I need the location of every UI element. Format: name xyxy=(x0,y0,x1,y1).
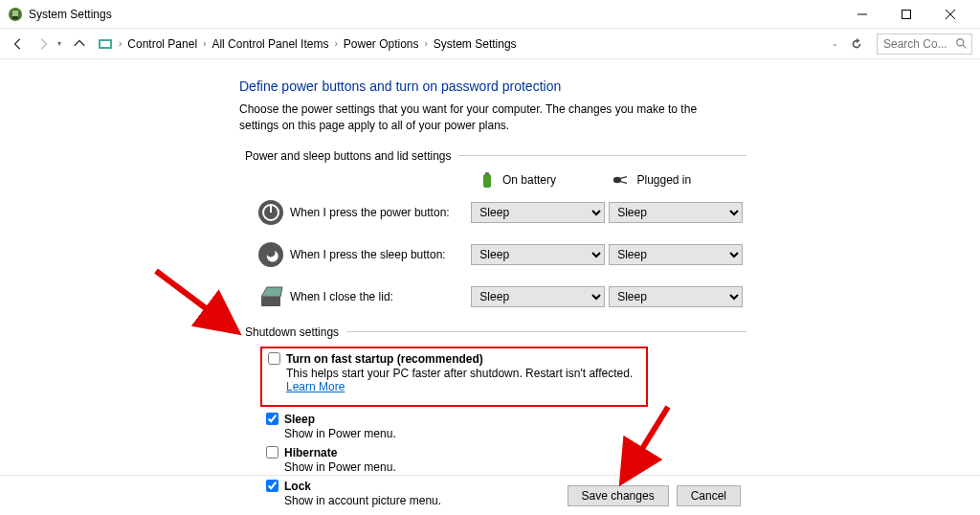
shutdown-item-hibernate: Hibernate Show in Power menu. xyxy=(266,446,746,474)
lid-battery-select[interactable]: Sleep xyxy=(471,286,605,307)
close-button[interactable] xyxy=(928,0,972,29)
minimize-button[interactable] xyxy=(840,0,884,29)
svg-point-16 xyxy=(258,242,283,267)
back-button[interactable] xyxy=(8,34,29,55)
cancel-button[interactable]: Cancel xyxy=(677,485,741,506)
shutdown-item-fast-startup: Turn on fast startup (recommended) This … xyxy=(268,352,640,393)
power-button-plugged-select[interactable]: Sleep xyxy=(609,202,743,223)
chevron-right-icon: › xyxy=(334,38,337,49)
lid-plugged-select[interactable]: Sleep xyxy=(609,286,743,307)
shutdown-item-sleep: Sleep Show in Power menu. xyxy=(266,413,746,440)
svg-rect-11 xyxy=(485,172,489,175)
svg-rect-1 xyxy=(12,16,18,19)
fast-startup-checkbox[interactable] xyxy=(268,352,280,365)
history-dropdown-icon[interactable]: ▾ xyxy=(57,39,61,48)
checkbox-label: Hibernate xyxy=(284,446,337,459)
column-header-battery: On battery xyxy=(478,170,612,190)
chevron-down-icon[interactable]: ⌄ xyxy=(832,39,838,48)
app-icon xyxy=(8,7,23,22)
search-icon xyxy=(955,37,969,51)
power-button-icon xyxy=(257,199,284,226)
highlight-annotation: Turn on fast startup (recommended) This … xyxy=(260,347,648,407)
setting-label: When I press the sleep button: xyxy=(290,248,471,261)
svg-rect-7 xyxy=(100,41,110,47)
hibernate-checkbox[interactable] xyxy=(266,446,278,459)
plug-icon xyxy=(612,170,632,190)
svg-line-9 xyxy=(963,44,967,48)
section-heading: Power and sleep buttons and lid settings xyxy=(245,149,746,163)
setting-label: When I press the power button: xyxy=(290,206,471,219)
chevron-right-icon: › xyxy=(203,38,206,49)
sleep-button-battery-select[interactable]: Sleep xyxy=(471,244,605,265)
title-bar: System Settings xyxy=(0,0,980,29)
setting-label: When I close the lid: xyxy=(290,290,471,303)
setting-row-lid: When I close the lid: Sleep Sleep xyxy=(253,281,746,312)
sleep-checkbox[interactable] xyxy=(266,413,278,425)
control-panel-icon xyxy=(98,36,113,52)
svg-point-8 xyxy=(957,38,964,45)
main-content: Define power buttons and turn on passwor… xyxy=(0,59,746,507)
section-heading: Shutdown settings xyxy=(245,325,746,339)
sleep-button-icon xyxy=(257,241,284,268)
lid-icon xyxy=(257,283,284,310)
window-title: System Settings xyxy=(29,8,840,21)
chevron-right-icon: › xyxy=(119,38,122,49)
setting-row-power-button: When I press the power button: Sleep Sle… xyxy=(253,197,746,228)
checkbox-label: Turn on fast startup (recommended) xyxy=(286,352,483,366)
breadcrumb-item[interactable]: Control Panel xyxy=(127,37,197,51)
battery-icon xyxy=(478,170,497,190)
learn-more-link[interactable]: Learn More xyxy=(286,380,345,393)
page-title: Define power buttons and turn on passwor… xyxy=(239,78,746,94)
maximize-button[interactable] xyxy=(884,0,928,29)
nav-bar: ▾ › Control Panel › All Control Panel It… xyxy=(0,29,980,59)
bottom-bar: Save changes Cancel xyxy=(0,475,980,515)
power-button-battery-select[interactable]: Sleep xyxy=(471,202,605,223)
checkbox-label: Sleep xyxy=(284,413,315,426)
sleep-button-plugged-select[interactable]: Sleep xyxy=(609,244,743,265)
breadcrumb-item[interactable]: System Settings xyxy=(434,37,517,51)
svg-rect-3 xyxy=(902,10,911,18)
breadcrumb-item[interactable]: All Control Panel Items xyxy=(212,37,328,51)
svg-point-12 xyxy=(612,176,620,183)
setting-row-sleep-button: When I press the sleep button: Sleep Sle… xyxy=(253,239,746,270)
save-button[interactable]: Save changes xyxy=(568,485,669,506)
svg-rect-10 xyxy=(483,174,491,188)
svg-rect-17 xyxy=(261,297,280,306)
breadcrumb: › Control Panel › All Control Panel Item… xyxy=(98,36,828,52)
page-description: Choose the power settings that you want … xyxy=(239,101,727,134)
chevron-right-icon: › xyxy=(425,38,428,49)
refresh-button[interactable] xyxy=(846,34,867,55)
forward-button[interactable] xyxy=(33,34,54,55)
column-header-plugged: Plugged in xyxy=(612,170,747,190)
up-button[interactable] xyxy=(69,34,90,55)
breadcrumb-item[interactable]: Power Options xyxy=(344,37,419,51)
